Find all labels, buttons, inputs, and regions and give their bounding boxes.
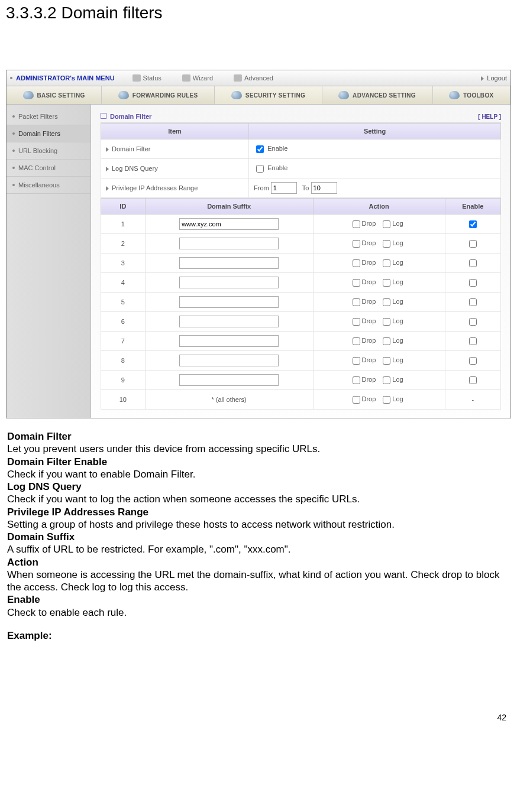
rule-enable-checkbox[interactable]: [469, 318, 477, 326]
drop-checkbox[interactable]: [353, 240, 360, 248]
drop-checkbox[interactable]: [353, 396, 360, 404]
rule-suffix-cell: [145, 332, 313, 351]
log-checkbox[interactable]: [383, 396, 390, 404]
tab-icon: [231, 91, 242, 99]
rule-enable-checkbox[interactable]: [469, 279, 477, 287]
rule-suffix-cell: [145, 234, 313, 254]
rule-enable-checkbox[interactable]: [469, 240, 477, 248]
rule-id: 10: [101, 390, 146, 410]
triangle-icon: [481, 76, 484, 81]
desc-body: Setting a group of hosts and privilege t…: [7, 518, 510, 531]
domain-suffix-input[interactable]: [179, 374, 279, 386]
drop-label: Drop: [362, 239, 376, 246]
domain-suffix-input[interactable]: [179, 355, 279, 366]
doc-heading: 3.3.3.2 Domain filters: [6, 4, 517, 22]
rule-id: 5: [101, 293, 146, 312]
log-checkbox[interactable]: [383, 220, 390, 228]
rule-enable-cell: [445, 312, 500, 332]
log-checkbox[interactable]: [383, 298, 390, 306]
rule-enable-checkbox[interactable]: [469, 259, 477, 267]
rule-enable-cell: [445, 254, 500, 273]
sidebar-item-url-blocking[interactable]: URL Blocking: [7, 142, 91, 160]
to-input[interactable]: [311, 182, 337, 194]
rule-enable-checkbox[interactable]: [469, 337, 477, 345]
domain-suffix-input[interactable]: [179, 316, 279, 327]
log-checkbox[interactable]: [383, 259, 390, 267]
desc-heading: Enable: [7, 593, 510, 606]
drop-checkbox[interactable]: [353, 357, 360, 365]
rule-enable-checkbox[interactable]: [469, 220, 477, 228]
tab-toolbox[interactable]: TOOLBOX: [433, 86, 511, 104]
rule-row: 4DropLog: [101, 273, 501, 293]
drop-label: Drop: [362, 356, 376, 363]
rule-suffix-cell: [145, 312, 313, 332]
from-label: From: [254, 184, 269, 191]
drop-label: Drop: [362, 337, 376, 344]
triangle-icon: [106, 167, 109, 171]
log-checkbox[interactable]: [383, 240, 390, 248]
sidebar-item-domain-filters[interactable]: Domain Filters: [7, 125, 91, 142]
log-label: Log: [392, 395, 403, 402]
rule-enable-checkbox[interactable]: [469, 357, 477, 365]
drop-checkbox[interactable]: [353, 279, 360, 287]
enable-checkbox[interactable]: [256, 165, 264, 173]
domain-suffix-input[interactable]: [179, 238, 279, 249]
tab-icon: [449, 91, 460, 99]
rule-id: 4: [101, 273, 146, 293]
log-checkbox[interactable]: [383, 337, 390, 345]
drop-checkbox[interactable]: [353, 220, 360, 228]
rule-enable-cell: -: [445, 390, 500, 410]
sidebar-item-packet-filters[interactable]: Packet Filters: [7, 108, 91, 125]
setting-value: From To: [249, 178, 501, 198]
router-admin-screenshot: ADMINISTRATOR's MAIN MENU Status Wizard …: [6, 70, 511, 418]
log-label: Log: [392, 337, 403, 344]
enable-checkbox[interactable]: [256, 145, 264, 153]
domain-suffix-input[interactable]: [179, 277, 279, 288]
rule-enable-checkbox[interactable]: [469, 298, 477, 306]
domain-suffix-input[interactable]: [179, 296, 279, 308]
rule-enable-checkbox[interactable]: [469, 376, 477, 384]
domain-suffix-input[interactable]: [179, 257, 279, 269]
drop-checkbox[interactable]: [353, 337, 360, 345]
checkbox-label: Enable: [267, 164, 287, 171]
desc-heading: Domain Suffix: [7, 531, 510, 543]
help-link[interactable]: [ HELP ]: [478, 113, 501, 120]
admin-menu-title: ADMINISTRATOR's MAIN MENU: [16, 74, 115, 82]
panel-title: Domain Filter: [101, 113, 151, 120]
tab-advanced-setting[interactable]: ADVANCED SETTING: [322, 86, 433, 104]
rule-id: 1: [101, 215, 146, 234]
from-input[interactable]: [271, 182, 297, 194]
bullet-icon: [12, 132, 15, 135]
desc-heading: Log DNS Query: [7, 480, 510, 493]
rule-row: 9DropLog: [101, 371, 501, 390]
rule-row: 6DropLog: [101, 312, 501, 332]
sidebar: Packet FiltersDomain FiltersURL Blocking…: [7, 105, 91, 418]
sidebar-item-mac-control[interactable]: MAC Control: [7, 160, 91, 177]
rule-action-cell: DropLog: [313, 215, 445, 234]
drop-checkbox[interactable]: [353, 259, 360, 267]
rule-enable-cell: [445, 293, 500, 312]
drop-checkbox[interactable]: [353, 318, 360, 326]
domain-suffix-input[interactable]: [179, 218, 279, 230]
nav-logout[interactable]: Logout: [481, 74, 507, 82]
log-checkbox[interactable]: [383, 318, 390, 326]
log-checkbox[interactable]: [383, 376, 390, 384]
log-checkbox[interactable]: [383, 357, 390, 365]
rule-enable-cell: [445, 234, 500, 254]
desc-heading: Action: [7, 556, 510, 569]
settings-header-item: Item: [101, 124, 249, 139]
nav-status[interactable]: Status: [133, 74, 161, 82]
rule-id: 2: [101, 234, 146, 254]
nav-wizard[interactable]: Wizard: [182, 74, 213, 82]
bullet-icon: [10, 77, 12, 79]
tab-security-setting[interactable]: SECURITY SETTING: [215, 86, 322, 104]
drop-checkbox[interactable]: [353, 376, 360, 384]
drop-checkbox[interactable]: [353, 298, 360, 306]
sidebar-item-miscellaneous[interactable]: Miscellaneous: [7, 177, 91, 194]
domain-suffix-input[interactable]: [179, 335, 279, 347]
log-checkbox[interactable]: [383, 279, 390, 287]
nav-advanced[interactable]: Advanced: [234, 74, 273, 82]
tab-forwarding-rules[interactable]: FORWARDING RULES: [102, 86, 215, 104]
tab-basic-setting[interactable]: BASIC SETTING: [7, 86, 102, 104]
bullet-icon: [12, 167, 15, 169]
